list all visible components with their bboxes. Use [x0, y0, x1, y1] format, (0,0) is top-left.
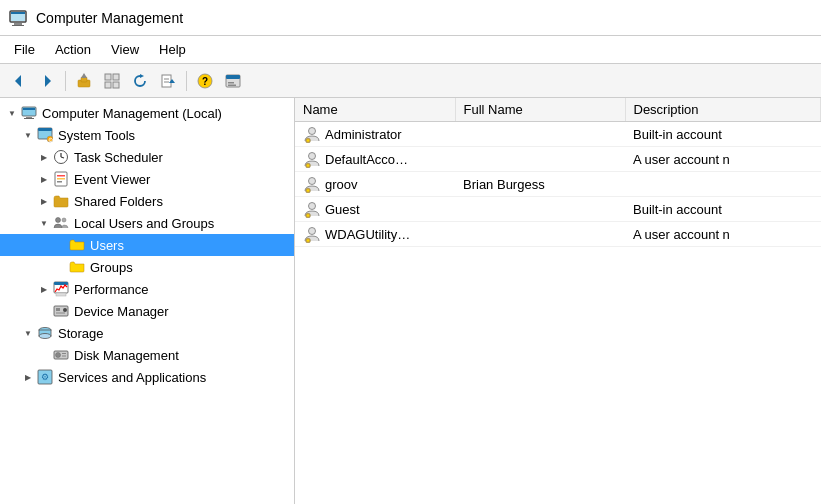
svg-point-65: [309, 178, 316, 185]
expand-icon: [52, 259, 68, 275]
col-header-desc[interactable]: Description: [625, 98, 821, 122]
help-button[interactable]: ?: [192, 68, 218, 94]
table-row[interactable]: groovBrian Burgess: [295, 172, 821, 197]
perf-icon: [52, 280, 70, 298]
tree-item-event-viewer[interactable]: ▶ Event Viewer: [0, 168, 294, 190]
cell-desc-2: [625, 172, 821, 197]
toolbar-sep-1: [65, 71, 66, 91]
tree-item-groups[interactable]: Groups: [0, 256, 294, 278]
svg-rect-4: [11, 12, 25, 14]
tree-label-shared-folders: Shared Folders: [74, 194, 163, 209]
svg-marker-9: [81, 73, 87, 78]
col-header-name[interactable]: Name: [295, 98, 455, 122]
users-icon: [52, 214, 70, 232]
svg-rect-40: [57, 181, 62, 183]
tree-item-disk-management[interactable]: Disk Management: [0, 344, 294, 366]
svg-text:⚙: ⚙: [41, 372, 49, 382]
expand-icon: ▶: [36, 149, 52, 165]
cell-desc-0: Built-in account: [625, 122, 821, 147]
forward-button[interactable]: [34, 68, 60, 94]
tree-label-local-users: Local Users and Groups: [74, 216, 214, 231]
export-button[interactable]: [155, 68, 181, 94]
expand-icon: ▶: [20, 369, 36, 385]
svg-rect-29: [23, 108, 35, 110]
expand-icon: ▼: [4, 105, 20, 121]
svg-point-42: [62, 218, 66, 222]
col-header-fullname[interactable]: Full Name: [455, 98, 625, 122]
cell-name-4: WDAGUtility…: [295, 222, 455, 247]
tree-label-root: Computer Management (Local): [42, 106, 222, 121]
table-row[interactable]: WDAGUtility…A user account n: [295, 222, 821, 247]
svg-point-52: [39, 334, 51, 339]
svg-rect-44: [54, 282, 68, 285]
svg-rect-27: [24, 118, 34, 119]
svg-rect-2: [12, 25, 24, 26]
cell-name-1: DefaultAcco…: [295, 147, 455, 172]
back-button[interactable]: [6, 68, 32, 94]
storage-icon: [36, 324, 54, 342]
tree-item-services-apps[interactable]: ▶ ⚙ Services and Applications: [0, 366, 294, 388]
svg-rect-24: [228, 84, 236, 86]
cell-desc-4: A user account n: [625, 222, 821, 247]
tree-label-services-apps: Services and Applications: [58, 370, 206, 385]
cell-fullname-3: [455, 197, 625, 222]
menu-help[interactable]: Help: [149, 39, 196, 60]
folder-yellow-icon: [68, 258, 86, 276]
expand-icon: ▼: [36, 215, 52, 231]
table-row[interactable]: DefaultAcco…A user account n: [295, 147, 821, 172]
cell-desc-3: Built-in account: [625, 197, 821, 222]
menu-file[interactable]: File: [4, 39, 45, 60]
menu-view[interactable]: View: [101, 39, 149, 60]
svg-marker-5: [15, 75, 21, 87]
services-icon: ⚙: [36, 368, 54, 386]
svg-rect-38: [57, 175, 65, 177]
device-icon: [52, 302, 70, 320]
svg-marker-6: [45, 75, 51, 87]
clock-icon: [52, 148, 70, 166]
app-icon: [8, 8, 28, 28]
refresh-button[interactable]: [127, 68, 153, 94]
tree-item-device-manager[interactable]: Device Manager: [0, 300, 294, 322]
expand-icon: ▶: [36, 193, 52, 209]
tree-item-users[interactable]: Users: [0, 234, 294, 256]
svg-rect-13: [113, 82, 119, 88]
tree-item-local-users[interactable]: ▼ Local Users and Groups: [0, 212, 294, 234]
cell-fullname-2: Brian Burgess: [455, 172, 625, 197]
svg-rect-22: [226, 75, 240, 79]
svg-point-68: [309, 203, 316, 210]
properties-button[interactable]: [220, 68, 246, 94]
tree-item-performance[interactable]: ▶ Performance: [0, 278, 294, 300]
disk-icon: [52, 346, 70, 364]
tree-item-shared-folders[interactable]: ▶ Shared Folders: [0, 190, 294, 212]
cell-fullname-1: [455, 147, 625, 172]
tree-item-task-scheduler[interactable]: ▶ Task Scheduler: [0, 146, 294, 168]
expand-icon: ▼: [20, 325, 36, 341]
svg-text:⚙: ⚙: [48, 137, 53, 143]
table-row[interactable]: AdministratorBuilt-in account: [295, 122, 821, 147]
svg-rect-23: [228, 82, 234, 84]
expand-icon: [52, 237, 68, 253]
up-button[interactable]: [71, 68, 97, 94]
svg-rect-39: [57, 178, 65, 180]
tree-item-storage[interactable]: ▼ Storage: [0, 322, 294, 344]
svg-rect-15: [162, 75, 171, 87]
tree-label-disk-management: Disk Management: [74, 348, 179, 363]
svg-point-71: [309, 228, 316, 235]
content-panel: Name Full Name Description Administrator…: [295, 98, 821, 504]
show-hide-button[interactable]: [99, 68, 125, 94]
folder-yellow-icon: [68, 236, 86, 254]
tree-item-root[interactable]: ▼ Computer Management (Local): [0, 102, 294, 124]
table-row[interactable]: GuestBuilt-in account: [295, 197, 821, 222]
cell-fullname-4: [455, 222, 625, 247]
svg-rect-12: [105, 82, 111, 88]
tree-label-device-manager: Device Manager: [74, 304, 169, 319]
tools-icon: ⚙: [36, 126, 54, 144]
svg-rect-31: [38, 128, 52, 131]
title-bar: Computer Management: [0, 0, 821, 36]
menu-action[interactable]: Action: [45, 39, 101, 60]
log-icon: [52, 170, 70, 188]
tree-label-groups: Groups: [90, 260, 133, 275]
expand-icon: ▶: [36, 281, 52, 297]
tree-item-system-tools[interactable]: ▼ ⚙ System Tools: [0, 124, 294, 146]
svg-rect-49: [56, 313, 65, 314]
